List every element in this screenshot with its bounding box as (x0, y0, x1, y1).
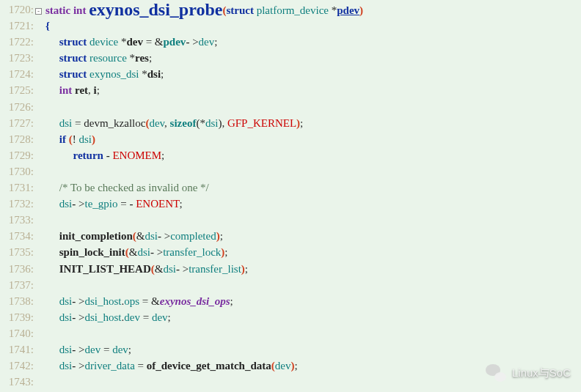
code-line: spin_lock_init(&dsi- >transfer_lock); (45, 244, 575, 260)
code-line: static int exynos_dsi_probe(struct platf… (45, 1, 575, 18)
code-line: struct device *dev = &pdev- >dev; (45, 34, 575, 50)
line-number: 1728: (4, 131, 34, 147)
watermark: Linux与SoC (486, 364, 571, 382)
line-number: 1737: (4, 277, 34, 293)
code-line: init_completion(&dsi- >completed); (45, 228, 575, 244)
code-line: if (! dsi) (45, 131, 575, 147)
line-number: 1735: (4, 244, 34, 260)
code-line: dsi- >dsi_host.ops = &exynos_dsi_ops; (45, 293, 575, 309)
code-line (45, 163, 575, 180)
code-line (45, 277, 575, 293)
code-line: int ret, i; (45, 82, 575, 98)
line-number: 1734: (4, 228, 34, 244)
code-line (45, 99, 575, 115)
line-number: 1721: (4, 18, 34, 34)
line-number: 1738: (4, 293, 34, 309)
line-number: 1729: (4, 147, 34, 163)
line-number: 1731: (4, 180, 34, 196)
line-number: 1727: (4, 115, 34, 131)
code-line (45, 325, 575, 341)
code-line: dsi- >te_gpio = - ENOENT; (45, 196, 575, 212)
code-line: { (45, 18, 575, 34)
line-number: 1720: (4, 1, 34, 18)
line-number: 1733: (4, 212, 34, 228)
line-number: 1742: (4, 358, 34, 374)
line-number: 1723: (4, 50, 34, 66)
watermark-text: Linux与SoC (512, 366, 571, 380)
code-line: dsi- >dev = dev; (45, 341, 575, 358)
line-number: 1724: (4, 66, 34, 82)
line-number: 1743: (4, 374, 34, 390)
line-number: 1726: (4, 99, 34, 115)
code-line: dsi- >dsi_host.dev = dev; (45, 309, 575, 325)
code-line: /* To be checked as invalid one */ (45, 180, 575, 196)
code-line (45, 212, 575, 228)
line-number: 1722: (4, 34, 34, 50)
code-editor: 1720:1721:1722:1723:1724:1725:1726:1727:… (0, 0, 581, 392)
line-number: 1732: (4, 196, 34, 212)
line-number: 1725: (4, 82, 34, 98)
line-number: 1741: (4, 341, 34, 358)
line-number: 1739: (4, 309, 34, 325)
code-line: struct exynos_dsi *dsi; (45, 66, 575, 82)
line-number: 1736: (4, 261, 34, 277)
line-number-gutter: 1720:1721:1722:1723:1724:1725:1726:1727:… (0, 0, 35, 392)
code-line: dsi = devm_kzalloc(dev, sizeof(*dsi), GF… (45, 115, 575, 131)
fold-column: - (35, 0, 44, 392)
line-number: 1730: (4, 163, 34, 180)
line-number: 1740: (4, 325, 34, 341)
fold-minus-icon[interactable]: - (35, 8, 42, 15)
code-line: return - ENOMEM; (45, 147, 575, 163)
code-line: INIT_LIST_HEAD(&dsi- >transfer_list); (45, 261, 575, 277)
wechat-icon (486, 364, 506, 382)
code-line: struct resource *res; (45, 50, 575, 66)
code-area[interactable]: static int exynos_dsi_probe(struct platf… (44, 0, 581, 392)
